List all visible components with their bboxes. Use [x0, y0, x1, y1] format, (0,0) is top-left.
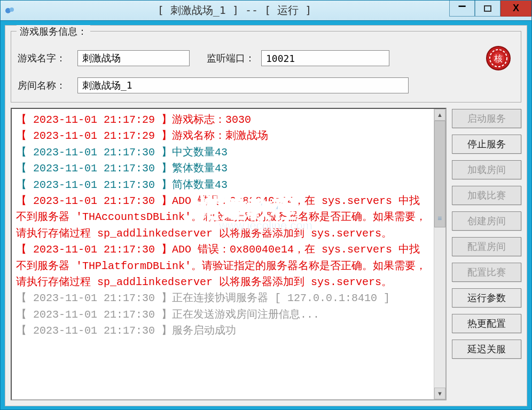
log-text-area[interactable]: 【 2023-11-01 21:17:29 】游戏标志：3030【 2023-1…: [12, 109, 434, 399]
app-window: [ 刺激战场_1 ] -- [ 运行 ] — X 游戏服务信息： 游戏名字： 监…: [0, 0, 532, 410]
scroll-up-arrow[interactable]: ▲: [434, 109, 445, 121]
room-name-label: 房间名称：: [18, 79, 71, 92]
game-name-label: 游戏名字：: [18, 52, 71, 65]
port-input[interactable]: [261, 50, 389, 66]
log-panel: 【 2023-11-01 21:17:29 】游戏标志：3030【 2023-1…: [11, 108, 447, 400]
scroll-thumb[interactable]: [434, 121, 445, 227]
log-line: 【 2023-11-01 21:17:30 】简体数量43: [16, 179, 228, 191]
svg-rect-2: [484, 6, 491, 11]
log-line: 【 2023-11-01 21:17:30 】繁体数量43: [16, 162, 228, 175]
load-room-button[interactable]: 加载房间: [452, 160, 521, 179]
log-line: 【 2023-11-01 21:17:30 】ADO 错误：0x80040e14…: [16, 195, 426, 240]
log-line: 【 2023-11-01 21:17:30 】中文数量43: [16, 146, 228, 159]
log-line: 【 2023-11-01 21:17:29 】游戏名称：刺激战场: [16, 130, 268, 142]
log-line: 【 2023-11-01 21:17:29 】游戏标志：3030: [16, 114, 251, 126]
main-content-row: 【 2023-11-01 21:17:29 】游戏标志：3030【 2023-1…: [11, 108, 521, 400]
window-title: [ 刺激战场_1 ] -- [ 运行 ]: [20, 3, 449, 18]
chip-icon: 核: [486, 45, 511, 71]
config-match-button[interactable]: 配置比赛: [452, 263, 521, 282]
create-room-button[interactable]: 创建房间: [452, 211, 521, 231]
start-service-button[interactable]: 启动服务: [452, 109, 521, 128]
window-controls: — X: [449, 1, 531, 20]
service-info-group: 游戏服务信息： 游戏名字： 监听端口： 核 房间名称：: [11, 31, 521, 102]
minimize-button[interactable]: —: [449, 1, 475, 17]
log-line: 【 2023-11-01 21:17:30 】服务启动成功: [16, 325, 236, 337]
port-label: 监听端口：: [207, 52, 255, 65]
app-icon: [5, 5, 15, 16]
log-line: 【 2023-11-01 21:17:30 】正在发送游戏房间注册信息...: [16, 309, 319, 321]
scroll-track[interactable]: [434, 121, 445, 388]
svg-point-1: [10, 7, 14, 12]
log-line: 【 2023-11-01 21:17:30 】ADO 错误：0x80040e14…: [16, 243, 426, 288]
close-button[interactable]: X: [500, 1, 531, 17]
stop-service-button[interactable]: 停止服务: [452, 135, 521, 154]
svg-text:核: 核: [494, 54, 503, 63]
form-row-1: 游戏名字： 监听端口： 核: [18, 45, 514, 71]
load-match-button[interactable]: 加载比赛: [452, 186, 521, 205]
hot-reload-button[interactable]: 热更配置: [452, 314, 521, 333]
run-params-button[interactable]: 运行参数: [452, 288, 521, 308]
config-room-button[interactable]: 配置房间: [452, 237, 521, 256]
room-name-input[interactable]: [77, 77, 409, 93]
client-area: 游戏服务信息： 游戏名字： 监听端口： 核 房间名称：: [5, 25, 527, 406]
form-row-2: 房间名称：: [18, 77, 514, 93]
group-legend: 游戏服务信息：: [17, 25, 90, 38]
delay-close-button[interactable]: 延迟关服: [452, 340, 521, 359]
action-button-column: 启动服务 停止服务 加载房间 加载比赛 创建房间 配置房间 配置比赛 运行参数 …: [452, 108, 521, 400]
log-line: 【 2023-11-01 21:17:30 】正在连接协调服务器 [ 127.0…: [16, 292, 390, 304]
titlebar[interactable]: [ 刺激战场_1 ] -- [ 运行 ] — X: [1, 1, 531, 21]
scrollbar[interactable]: ▲ ▼: [434, 109, 445, 399]
scroll-down-arrow[interactable]: ▼: [434, 388, 445, 399]
maximize-button[interactable]: [475, 1, 500, 17]
game-name-input[interactable]: [77, 50, 190, 66]
